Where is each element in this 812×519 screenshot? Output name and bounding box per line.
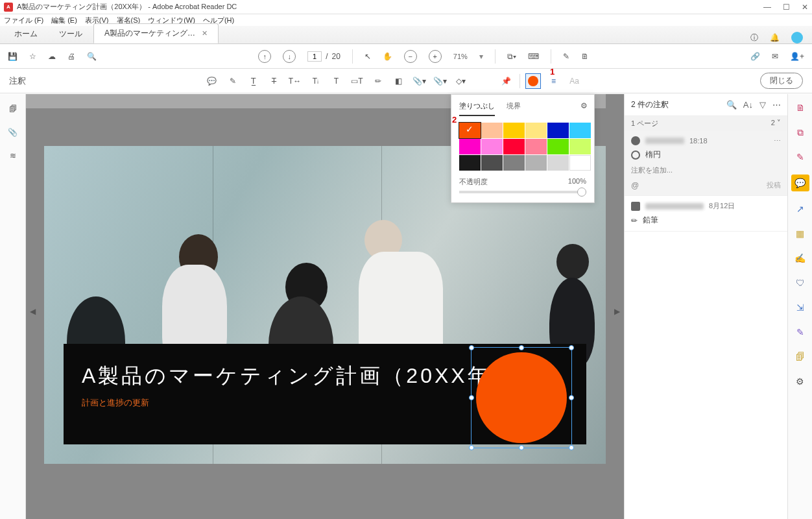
hand-tool-icon[interactable]: ✋ xyxy=(383,52,392,61)
cloud-upload-icon[interactable]: ☁ xyxy=(48,52,56,61)
color-swatch[interactable] xyxy=(481,123,503,138)
replace-text-icon[interactable]: T↔ xyxy=(287,73,303,89)
menu-file[interactable]: ファイル (F) xyxy=(4,16,43,25)
border-tab[interactable]: 境界 xyxy=(507,101,521,116)
strikethrough-icon[interactable]: T xyxy=(267,73,282,89)
color-swatch[interactable] xyxy=(525,155,547,171)
sign-tool-icon[interactable]: ✎ xyxy=(563,52,569,61)
pin-icon[interactable]: 📌 xyxy=(499,73,514,89)
page-up-icon[interactable]: ↑ xyxy=(258,50,271,63)
tab-close-icon[interactable]: ✕ xyxy=(202,29,208,38)
color-swatch[interactable] xyxy=(547,123,569,138)
comment-item-2[interactable]: 8月12日 ✏鉛筆 xyxy=(625,196,787,232)
zoom-value[interactable]: 71% xyxy=(453,53,468,60)
add-person-icon[interactable]: 👤+ xyxy=(790,52,804,61)
user-avatar[interactable] xyxy=(791,32,803,43)
page-current-input[interactable] xyxy=(307,51,322,62)
read-mode-icon[interactable]: ⌨ xyxy=(528,52,539,61)
zoom-out-icon[interactable]: − xyxy=(404,50,417,63)
color-swatch[interactable] xyxy=(547,139,569,154)
comment-item-1[interactable]: 18:18 ⋯ 楕円 注釈を追加... @ 投稿 xyxy=(625,131,787,196)
attachment-icon[interactable]: 📎▾ xyxy=(433,73,448,89)
tab-tools[interactable]: ツール xyxy=(49,25,93,43)
color-swatch[interactable] xyxy=(503,123,525,138)
color-swatch[interactable] xyxy=(503,139,525,154)
menu-edit[interactable]: 編集 (E) xyxy=(51,16,77,25)
comment-panel-icon[interactable]: 💬 xyxy=(791,175,809,191)
edit-pdf-icon[interactable]: ✎ xyxy=(793,150,807,164)
help-icon[interactable]: ⓘ xyxy=(750,32,758,43)
color-swatch[interactable] xyxy=(459,123,481,138)
search-icon[interactable]: 🔍 xyxy=(87,52,97,61)
add-comment-input[interactable]: 注釈を追加... xyxy=(631,165,781,175)
text-box-icon[interactable]: ▭T xyxy=(350,73,365,89)
popover-settings-icon[interactable]: ⚙ xyxy=(580,101,588,110)
attachments-icon[interactable]: 📎 xyxy=(8,128,18,137)
organize-icon[interactable]: ▦ xyxy=(793,226,807,241)
color-swatch[interactable] xyxy=(569,155,591,171)
font-style-icon[interactable]: Aa xyxy=(567,73,582,89)
thumbnails-icon[interactable]: 🗐 xyxy=(9,104,17,114)
comments-page-group[interactable]: 1 ページ 2 ˅ xyxy=(625,116,787,131)
post-button[interactable]: 投稿 xyxy=(767,180,781,190)
fit-width-icon[interactable]: ⧉▾ xyxy=(507,52,516,61)
notification-icon[interactable]: 🔔 xyxy=(770,33,780,42)
color-swatch[interactable] xyxy=(503,155,525,171)
zoom-in-icon[interactable]: + xyxy=(429,50,442,63)
maximize-button[interactable]: ☐ xyxy=(783,3,790,12)
close-annotation-button[interactable]: 閉じる xyxy=(760,73,803,89)
fill-sign-icon[interactable]: ✍ xyxy=(793,251,807,265)
text-tool-icon[interactable]: T xyxy=(329,73,344,89)
color-swatch[interactable] xyxy=(547,155,569,171)
fill-tab[interactable]: 塗りつぶし xyxy=(459,101,495,116)
pointer-tool-icon[interactable]: ↖ xyxy=(364,52,371,61)
tab-document[interactable]: A製品のマーケティング… ✕ xyxy=(93,23,219,43)
comment-more-icon[interactable]: ⋯ xyxy=(774,137,781,145)
underline-text-icon[interactable]: T̲ xyxy=(246,73,261,89)
layers-icon[interactable]: ≋ xyxy=(10,151,16,160)
protect-icon[interactable]: 🛡 xyxy=(793,276,807,290)
comments-search-icon[interactable]: 🔍 xyxy=(726,100,737,110)
comments-filter-icon[interactable]: ▽ xyxy=(759,100,766,110)
color-swatch[interactable] xyxy=(569,123,591,138)
mention-icon[interactable]: @ xyxy=(631,181,639,190)
comments-more-icon[interactable]: ⋯ xyxy=(772,100,781,110)
sticky-note-icon[interactable]: 💬 xyxy=(204,73,220,89)
insert-text-icon[interactable]: Tᵢ xyxy=(308,73,324,89)
compare-icon[interactable]: 🗐 xyxy=(793,350,807,364)
opacity-slider[interactable] xyxy=(459,191,586,193)
save-icon[interactable]: 💾 xyxy=(8,52,18,61)
color-swatch[interactable] xyxy=(481,155,503,171)
pencil-icon[interactable]: ✏ xyxy=(370,73,386,89)
color-swatch[interactable] xyxy=(459,139,481,154)
combine-icon[interactable]: ⧉ xyxy=(793,125,807,139)
link-icon[interactable]: 🔗 xyxy=(750,52,760,61)
create-pdf-icon[interactable]: 🗎 xyxy=(793,101,807,115)
compress-icon[interactable]: ⇲ xyxy=(793,300,807,315)
export-icon[interactable]: ↗ xyxy=(793,202,807,216)
redact-icon[interactable]: ✎ xyxy=(793,325,807,339)
selection-box[interactable] xyxy=(471,347,572,448)
tab-home[interactable]: ホーム xyxy=(4,25,49,43)
highlight-icon[interactable]: ✎ xyxy=(225,73,241,89)
share-tool-icon[interactable]: 🗎 xyxy=(581,52,589,61)
color-swatch[interactable] xyxy=(525,123,547,138)
eraser-icon[interactable]: ◧ xyxy=(391,73,407,89)
stamp-icon[interactable]: 📎▾ xyxy=(412,73,427,89)
more-tools-icon[interactable]: ⚙ xyxy=(793,374,807,389)
mail-icon[interactable]: ✉ xyxy=(772,52,778,61)
prev-page-arrow[interactable]: ◀ xyxy=(30,307,36,316)
page-down-icon[interactable]: ↓ xyxy=(283,50,296,63)
color-swatch[interactable] xyxy=(481,139,503,154)
color-swatch[interactable] xyxy=(569,139,591,154)
comments-sort-icon[interactable]: A↓ xyxy=(743,100,753,110)
next-page-arrow[interactable]: ▶ xyxy=(614,307,620,316)
color-swatch[interactable] xyxy=(459,155,481,171)
print-icon[interactable]: 🖨 xyxy=(67,52,75,61)
close-window-button[interactable]: ✕ xyxy=(802,3,808,12)
shapes-icon[interactable]: ◇▾ xyxy=(453,73,469,89)
minimize-button[interactable]: — xyxy=(763,3,771,12)
star-icon[interactable]: ☆ xyxy=(29,52,36,61)
fill-color-button[interactable] xyxy=(525,73,541,89)
color-swatch[interactable] xyxy=(525,139,547,154)
